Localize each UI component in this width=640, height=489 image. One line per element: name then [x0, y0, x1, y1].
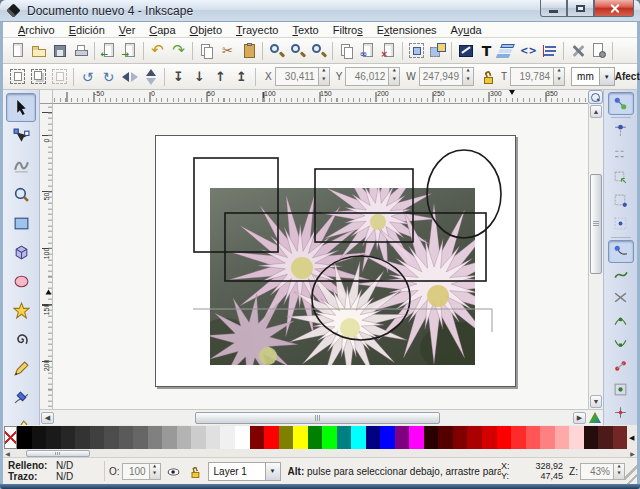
vertical-scroll-thumb[interactable]	[590, 174, 602, 274]
print-button[interactable]	[70, 40, 91, 62]
palette-swatch-008000[interactable]	[308, 426, 323, 449]
unlink-clone-button[interactable]: ×	[378, 40, 399, 62]
palette-swatch-800000[interactable]	[250, 426, 265, 449]
tool-bezier-pen[interactable]	[6, 383, 36, 412]
inkscape-logo-icon[interactable]	[6, 3, 20, 17]
palette-swatch-ffd5d5[interactable]	[569, 426, 584, 449]
scroll-down-button[interactable]: ▼	[590, 395, 602, 408]
zoom-page-button[interactable]	[308, 40, 329, 62]
snap-bbox-centers-button[interactable]	[608, 212, 634, 235]
tool-selector[interactable]	[6, 93, 36, 122]
palette-swatch-1a1a1a[interactable]	[46, 426, 61, 449]
palette-swatch-00ffff[interactable]	[351, 426, 366, 449]
export-button[interactable]: →	[119, 40, 140, 62]
xml-editor-button[interactable]: <>	[518, 40, 539, 62]
palette-swatch-808000[interactable]	[279, 426, 294, 449]
snap-bbox-corners-button[interactable]	[608, 166, 634, 189]
drawn-path[interactable]	[193, 309, 492, 332]
palette-swatch-f0f0f0[interactable]	[220, 426, 235, 449]
palette-swatch-d40000[interactable]	[482, 426, 497, 449]
horizontal-scroll-track[interactable]	[55, 411, 572, 425]
canvas-viewport[interactable]	[53, 104, 588, 409]
menu-capa[interactable]: Capa	[142, 24, 182, 36]
fill-stroke-dialog-button[interactable]	[455, 40, 476, 62]
save-document-button[interactable]	[49, 40, 70, 62]
palette-swatch-800080[interactable]	[395, 426, 410, 449]
ungroup-button[interactable]	[427, 40, 448, 62]
width-spinner[interactable]: ▲▼	[463, 67, 474, 86]
menu-texto[interactable]: Texto	[285, 24, 325, 36]
palette-swatch-cccccc[interactable]	[191, 426, 206, 449]
palette-swatch-ff0000[interactable]	[264, 426, 279, 449]
palette-swatch-000080[interactable]	[366, 426, 381, 449]
palette-swatch-262626[interactable]	[61, 426, 76, 449]
scroll-right-button[interactable]: ▶	[573, 412, 586, 424]
palette-no-color-swatch[interactable]	[4, 426, 17, 449]
width-input[interactable]: 247,949	[419, 67, 463, 86]
copy-button[interactable]	[196, 40, 217, 62]
palette-more-arrow[interactable]: ◀	[627, 426, 636, 449]
palette-swatch-e0e0e0[interactable]	[206, 426, 221, 449]
palette-swatch-ffffff[interactable]	[235, 426, 250, 449]
lock-ratio-button[interactable]	[478, 66, 499, 88]
flip-vertical-button[interactable]	[140, 66, 161, 88]
align-distribute-dialog-button[interactable]	[539, 40, 560, 62]
palette-scroll-right-icon[interactable]: ▶	[628, 450, 637, 457]
palette-swatch-732626[interactable]	[613, 426, 628, 449]
snap-object-centers-button[interactable]	[608, 378, 634, 401]
current-layer-dropdown[interactable]: Layer 1 ▼	[208, 462, 281, 481]
snap-cusp-nodes-button[interactable]	[608, 309, 634, 332]
snap-smooth-nodes-button[interactable]	[608, 332, 634, 355]
palette-swatch-111111[interactable]	[32, 426, 47, 449]
zoom-drawing-button[interactable]	[287, 40, 308, 62]
tool-node-editor[interactable]	[6, 122, 36, 151]
lower-to-bottom-button[interactable]: ↧	[168, 66, 189, 88]
palette-swatch-aa0000[interactable]	[467, 426, 482, 449]
tool-pencil[interactable]	[6, 354, 36, 383]
palette-swatch-5a5a5a[interactable]	[119, 426, 134, 449]
lower-button[interactable]: ↓	[189, 66, 210, 88]
snap-bounding-box-button[interactable]	[608, 120, 634, 143]
menu-ver[interactable]: Ver	[112, 24, 143, 36]
deselect-button[interactable]	[49, 66, 70, 88]
import-button[interactable]: ←	[98, 40, 119, 62]
maximize-button[interactable]	[567, 0, 594, 17]
horizontal-scrollbar[interactable]: ◀ ▶	[40, 409, 603, 425]
rotate-cw-button[interactable]: ↻	[98, 66, 119, 88]
menu-ayuda[interactable]: Ayuda	[444, 24, 489, 36]
palette-scroll-thumb[interactable]	[26, 450, 90, 457]
minimize-button[interactable]	[540, 0, 567, 17]
group-button[interactable]	[406, 40, 427, 62]
palette-swatch-260d0d[interactable]	[584, 426, 599, 449]
palette-swatch-ff8080[interactable]	[540, 426, 555, 449]
drawn-rectangle-1[interactable]	[194, 158, 278, 252]
palette-swatch-999999[interactable]	[162, 426, 177, 449]
palette-swatch-ffff00[interactable]	[293, 426, 308, 449]
palette-swatch-00ff00[interactable]	[322, 426, 337, 449]
snap-path-intersections-button[interactable]	[608, 286, 634, 309]
snap-line-midpoints-button[interactable]	[608, 355, 634, 378]
zoom-spinner[interactable]: ▲▼	[614, 463, 625, 480]
tool-box-3d[interactable]	[6, 238, 36, 267]
zoom-input[interactable]: 43%	[580, 463, 614, 480]
raise-to-top-button[interactable]: ↥	[231, 66, 252, 88]
opacity-spinner[interactable]: ▲▼	[150, 463, 161, 480]
paste-button[interactable]	[238, 40, 259, 62]
drawn-rectangle-2[interactable]	[315, 169, 413, 242]
drawn-ellipse-5[interactable]	[312, 256, 410, 340]
palette-swatch-808080[interactable]	[148, 426, 163, 449]
x-spinner[interactable]: ▲▼	[319, 67, 330, 86]
y-spinner[interactable]: ▲▼	[389, 67, 400, 86]
tool-tweak[interactable]	[6, 151, 36, 180]
close-button[interactable]	[594, 0, 634, 17]
cut-button[interactable]: ✂	[217, 40, 238, 62]
menu-objeto[interactable]: Objeto	[183, 24, 229, 36]
palette-scroll-track[interactable]	[12, 450, 628, 457]
palette-swatch-ff2a2a[interactable]	[511, 426, 526, 449]
palette-swatch-666666[interactable]	[133, 426, 148, 449]
palette-swatch-333333[interactable]	[75, 426, 90, 449]
scroll-up-button[interactable]: ▲	[590, 105, 602, 118]
snap-bbox-edge-midpoints-button[interactable]	[608, 189, 634, 212]
palette-swatch-800000[interactable]	[453, 426, 468, 449]
layers-dialog-button[interactable]	[497, 40, 518, 62]
